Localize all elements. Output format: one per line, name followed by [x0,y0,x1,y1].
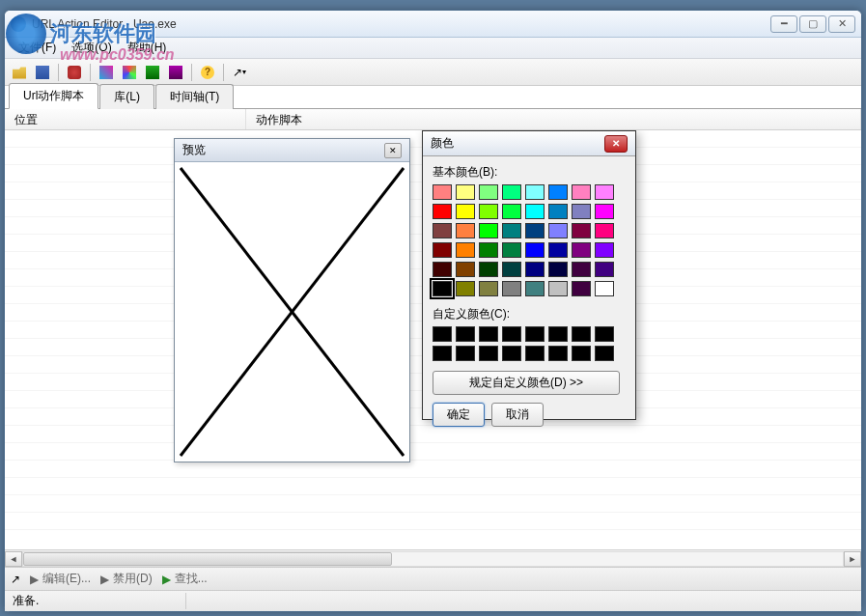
color-tool-3[interactable] [142,62,163,83]
basic-color-swatch[interactable] [502,184,521,200]
basic-color-swatch[interactable] [479,281,498,296]
basic-color-swatch[interactable] [525,184,545,200]
basic-color-swatch[interactable] [456,242,475,258]
basic-color-swatch[interactable] [525,281,545,296]
basic-color-swatch[interactable] [433,281,452,296]
basic-color-swatch[interactable] [548,223,568,238]
custom-color-swatch[interactable] [479,326,498,342]
minimize-button[interactable]: ━ [770,15,797,33]
basic-color-swatch[interactable] [525,223,545,238]
find-button[interactable]: ▶查找... [162,571,208,587]
basic-color-swatch[interactable] [456,223,475,238]
menu-file[interactable]: 文件(F) [11,40,64,56]
custom-color-swatch[interactable] [548,346,568,361]
list-area[interactable]: 预览 ✕ 颜色 ✕ 基本颜色(B): 自定义颜色(C): 规定自定义颜色(D [5,130,861,546]
horizontal-scrollbar[interactable]: ◄ ► [5,549,861,567]
custom-color-swatch[interactable] [456,346,475,361]
disable-button[interactable]: ▶禁用(D) [100,571,153,587]
basic-color-swatch[interactable] [479,184,498,200]
custom-color-swatch[interactable] [595,326,614,342]
column-position[interactable]: 位置 [5,109,246,129]
basic-color-swatch[interactable] [502,242,521,258]
basic-color-swatch[interactable] [572,242,591,258]
preview-window[interactable]: 预览 ✕ [174,138,410,462]
basic-color-swatch[interactable] [479,262,498,277]
color-tool-1[interactable] [96,62,117,83]
ok-button[interactable]: 确定 [433,403,485,427]
help-button[interactable]: ? [197,62,218,83]
maximize-button[interactable]: ▢ [799,15,826,33]
basic-color-swatch[interactable] [595,204,614,219]
basic-color-swatch[interactable] [548,184,568,200]
custom-color-swatch[interactable] [456,326,475,342]
tab-timeline[interactable]: 时间轴(T) [155,84,234,109]
basic-color-swatch[interactable] [502,223,521,238]
custom-color-swatch[interactable] [572,326,591,342]
save-button[interactable] [32,62,53,83]
scroll-right-button[interactable]: ► [844,551,861,567]
custom-color-swatch[interactable] [548,326,568,342]
color-dialog[interactable]: 颜色 ✕ 基本颜色(B): 自定义颜色(C): 规定自定义颜色(D) >> 确定… [422,130,636,420]
basic-color-swatch[interactable] [572,223,591,238]
menu-help[interactable]: 帮助(H) [120,40,175,56]
settings-button[interactable] [64,62,85,83]
custom-color-swatch[interactable] [572,346,591,361]
basic-color-swatch[interactable] [572,262,591,277]
color-tool-4[interactable] [165,62,186,83]
basic-color-swatch[interactable] [572,204,591,219]
action-arrow-button[interactable]: ↗ ▾ [229,62,250,83]
basic-color-swatch[interactable] [572,184,591,200]
color-dialog-titlebar[interactable]: 颜色 ✕ [423,131,635,156]
column-script[interactable]: 动作脚本 [246,109,861,129]
basic-color-swatch[interactable] [456,184,475,200]
tab-url-script[interactable]: Url动作脚本 [9,83,98,109]
custom-color-swatch[interactable] [479,346,498,361]
open-button[interactable] [9,62,30,83]
basic-color-swatch[interactable] [595,184,614,200]
basic-color-swatch[interactable] [525,262,545,277]
basic-color-swatch[interactable] [456,281,475,296]
color-tool-2[interactable] [119,62,140,83]
basic-color-swatch[interactable] [595,242,614,258]
scroll-left-button[interactable]: ◄ [5,551,22,567]
basic-color-swatch[interactable] [548,281,568,296]
custom-color-swatch[interactable] [433,326,452,342]
action-arrow-icon[interactable]: ↗ [11,573,20,586]
define-custom-button[interactable]: 规定自定义颜色(D) >> [433,371,620,395]
custom-color-swatch[interactable] [595,346,614,361]
edit-button[interactable]: ▶编辑(E)... [30,571,91,587]
basic-color-swatch[interactable] [479,223,498,238]
custom-color-swatch[interactable] [433,346,452,361]
basic-color-swatch[interactable] [595,262,614,277]
basic-color-swatch[interactable] [525,242,545,258]
scroll-track[interactable] [22,551,844,567]
basic-color-swatch[interactable] [479,204,498,219]
titlebar[interactable]: URL Action Editor - Uae.exe ━ ▢ ✕ [5,11,861,38]
preview-titlebar[interactable]: 预览 ✕ [175,139,409,162]
basic-color-swatch[interactable] [433,242,452,258]
basic-color-swatch[interactable] [548,262,568,277]
basic-color-swatch[interactable] [479,242,498,258]
menu-options[interactable]: 选项(O) [64,40,119,56]
close-button[interactable]: ✕ [828,15,855,33]
basic-color-swatch[interactable] [433,223,452,238]
basic-color-swatch[interactable] [456,262,475,277]
scroll-thumb[interactable] [23,552,392,566]
custom-color-swatch[interactable] [502,346,521,361]
basic-color-swatch[interactable] [456,204,475,219]
basic-color-swatch[interactable] [525,204,545,219]
basic-color-swatch[interactable] [548,204,568,219]
basic-color-swatch[interactable] [595,281,614,296]
basic-color-swatch[interactable] [572,281,591,296]
basic-color-swatch[interactable] [433,262,452,277]
tab-library[interactable]: 库(L) [99,84,154,109]
basic-color-swatch[interactable] [433,204,452,219]
custom-color-swatch[interactable] [525,346,545,361]
basic-color-swatch[interactable] [502,204,521,219]
basic-color-swatch[interactable] [502,262,521,277]
basic-color-swatch[interactable] [548,242,568,258]
basic-color-swatch[interactable] [595,223,614,238]
custom-color-swatch[interactable] [525,326,545,342]
color-dialog-close-button[interactable]: ✕ [604,135,628,153]
cancel-button[interactable]: 取消 [491,403,544,427]
